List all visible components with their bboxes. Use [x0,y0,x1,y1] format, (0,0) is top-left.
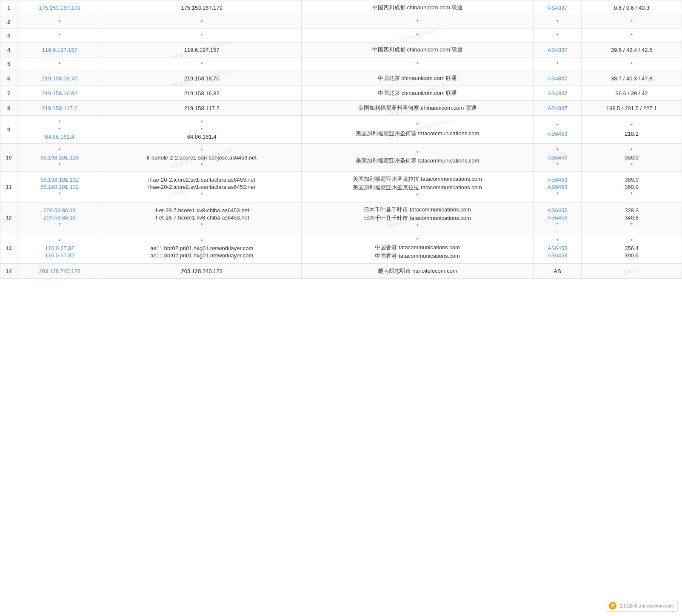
ip-link[interactable]: 209.58.86.19 [43,207,76,214]
hostname-cell: 主机参考 ZHUJICANKAO.COM*if-bundle-2-2.qcore… [102,144,302,172]
as-cell: AS6453AS6453* [534,202,582,233]
ip-value[interactable]: 219.158.117.2 [42,105,77,111]
hostname-cell: 主机参考 ZHUJICANKAO.COM219.158.18.70 [102,71,302,86]
ip-value[interactable]: 209.58.86.19 [43,207,76,214]
row-number: 12 [0,202,17,233]
as-value[interactable]: AS6453 [548,214,567,221]
watermark: 主机参考 [622,265,641,277]
table-row: 5***** [0,57,682,71]
as-value[interactable]: AS4837 [548,47,567,53]
as-link[interactable]: AS6453 [548,184,567,190]
ip-link[interactable]: 119.6.197.157 [42,47,77,53]
ip-value[interactable]: 116.0.67.82 [45,252,74,259]
as-value[interactable]: AS4837 [548,75,567,82]
row-number: 4 [0,43,17,57]
star-value: * [631,19,633,25]
as-cell: 主机参考AS6453AS6453* [534,172,582,202]
location-cell: 中国四川成都 chinaunicom.com 联通 [302,43,534,57]
as-link[interactable]: AS4837 [548,75,567,82]
ip-value[interactable]: 175.153.167.179 [39,5,80,11]
star-value: * [201,19,203,25]
ip-cell: * [17,29,102,43]
as-value[interactable]: AS6453 [548,131,567,137]
as-value[interactable]: AS6453 [548,207,567,214]
ip-value[interactable]: 203.128.240.123 [39,268,80,274]
as-link[interactable]: AS6453 [548,154,567,161]
as-cell: * [534,29,582,43]
hostname-value: if-bundle-2-2.qcore1.sqn-sanjose.as6453.… [147,154,257,161]
as-link[interactable]: AS6453 [548,252,567,259]
table-row: 8219.158.117.2219.158.117.2主机参考 ZHUJICAN… [0,101,682,116]
as-link[interactable]: AS4837 [548,90,567,97]
latency-cell: * [582,29,682,43]
ip-link[interactable]: 175.153.167.179 [39,5,80,11]
ip-link[interactable]: 64.86.161.4 [45,134,74,140]
as-value[interactable]: AS6453 [548,252,567,259]
as-cell: * [534,57,582,71]
as-value[interactable]: AS6453 [548,184,567,190]
star-value: * [631,191,633,197]
ip-value[interactable]: 219.158.16.82 [42,90,77,97]
star-value: * [631,238,633,244]
ip-value[interactable]: 66.198.101.132 [40,184,79,190]
as-link[interactable]: AS4837 [548,5,567,11]
location-cell: * [302,15,534,29]
latency-cell: * [582,57,682,71]
ip-value[interactable]: 66.198.101.128 [40,154,79,161]
star-value: * [59,222,61,228]
star-value: * [59,162,61,168]
ip-link[interactable]: 203.128.240.123 [39,268,80,274]
as-link[interactable]: AS6453 [548,245,567,251]
ip-cell: *116.0.67.82116.0.67.82 [17,233,102,264]
as-value[interactable]: AS4837 [548,5,567,11]
as-value[interactable]: AS6453 [548,154,567,161]
ip-value[interactable]: 209.58.86.19 [43,214,76,221]
ip-link[interactable]: 219.158.16.82 [42,90,77,97]
as-link[interactable]: AS6453 [548,131,567,137]
ip-value[interactable]: 66.198.101.132 [40,177,79,183]
ip-link[interactable]: 219.158.117.2 [42,105,77,111]
star-value: * [59,147,61,154]
ip-value[interactable]: 219.158.18.70 [42,75,77,82]
row-number: 10 [0,144,17,172]
row-number: 5 [0,57,17,71]
ip-value[interactable]: 116.0.67.82 [45,245,74,251]
latency-value: 369.9 [625,177,639,183]
latency-cell: 0.6 / 0.6 / 40.3 [582,0,682,15]
ip-link[interactable]: 66.198.101.132 [40,177,79,183]
as-value[interactable]: AS4837 [548,105,567,111]
hostname-value: 219.158.16.82 [184,90,220,97]
row-number: 13 [0,233,17,264]
hostname-value: if-et-28-7.hcore1.kv8-chiba.as6453.net [154,214,249,221]
as-value[interactable]: AS6453 [548,245,567,251]
hostname-cell: 219.158.16.82 [102,86,302,101]
ip-link[interactable]: 116.0.67.82 [45,245,74,251]
ip-link[interactable]: 209.58.86.19 [43,214,76,221]
ip-link[interactable]: 66.198.101.128 [40,154,79,161]
ip-link[interactable]: 219.158.18.70 [42,75,77,82]
as-value[interactable]: AS4837 [548,90,567,97]
latency-value: 360.9 [625,184,639,190]
as-link[interactable]: AS4837 [548,105,567,111]
star-value: * [556,222,559,228]
as-value[interactable]: AS6453 [548,177,567,183]
latency-cell: 369.9360.9* [582,172,682,202]
star-value: * [631,222,633,228]
location-cell: * [302,57,534,71]
star-value: * [201,162,203,168]
as-link[interactable]: AS6453 [548,177,567,183]
star-value: * [59,19,61,25]
ip-link[interactable]: 66.198.101.132 [40,184,79,190]
latency-value: 356.4 [625,245,639,251]
as-link[interactable]: AS4837 [548,47,567,53]
ip-value[interactable]: 119.6.197.157 [42,47,77,53]
star-value: * [59,119,61,125]
ip-value[interactable]: 64.86.161.4 [45,134,74,140]
as-link[interactable]: AS6453 [548,214,567,221]
hostname-cell: 主机参考 ZHUJICANKAO.COMif-ae-20-2.tcore2.sv… [102,172,302,202]
ip-link[interactable]: 116.0.67.82 [45,252,74,259]
location-cell: 中国四川成都 chinaunicom.com 联通 [302,0,534,15]
hostname-value: ae11.bbr02.pn01.hkg01.networklayer.com [150,245,253,251]
as-link[interactable]: AS6453 [548,207,567,214]
as-cell: 主机参考*AS6453* [534,144,582,172]
